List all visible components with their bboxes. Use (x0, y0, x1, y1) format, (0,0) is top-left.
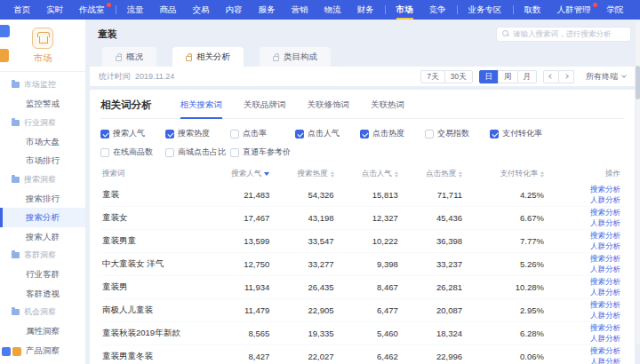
col-search-popularity[interactable]: 搜索人气 (227, 169, 291, 179)
tab-label: 类目构成 (284, 51, 317, 63)
nav-item-competition[interactable]: 竞争 (421, 0, 454, 20)
nav-item-traffic[interactable]: 流量 (119, 0, 152, 20)
sidebar-item-attribute-insight[interactable]: 属性洞察 (0, 321, 85, 341)
sidebar-group-label: 搜索洞察 (24, 174, 56, 186)
sidebar-group-market-monitor[interactable]: 市场监控 (0, 75, 85, 94)
search-pop-cell: 8,427 (227, 352, 291, 361)
filter-click-popularity[interactable]: 点击人气 (295, 128, 355, 139)
nav-item-goods[interactable]: 商品 (152, 0, 185, 20)
nav-item-data-fetch[interactable]: 取数 (516, 0, 549, 20)
filter-mall-click-share[interactable]: 商城点击占比 (165, 146, 225, 158)
search-analysis-link[interactable]: 搜索分析 (590, 231, 620, 241)
range-month-button[interactable]: 月 (517, 70, 538, 83)
nav-item-realtime[interactable]: 实时 (38, 0, 71, 20)
search-analysis-link[interactable]: 搜索分析 (590, 254, 620, 264)
col-click-popularity[interactable]: 点击人气 (356, 169, 420, 179)
range-30d-button[interactable]: 30天 (444, 70, 473, 83)
nav-item-market[interactable]: 市场 (388, 0, 421, 20)
click-pop-cell: 6,477 (356, 305, 420, 315)
search-analysis-link[interactable]: 搜索分析 (590, 300, 620, 310)
search-pop-cell: 11,479 (227, 305, 291, 315)
filter-online-items[interactable]: 在线商品数 (100, 146, 160, 158)
col-pay-conversion[interactable]: 支付转化率 (484, 169, 565, 179)
sidebar-group-industry-insight[interactable]: 行业洞察 (0, 114, 85, 132)
click-pop-cell: 8,467 (356, 282, 420, 292)
filter-search-heat[interactable]: 搜索热度 (165, 128, 225, 139)
edge-blue-square[interactable] (2, 347, 11, 356)
crowd-analysis-link[interactable]: 人群分析 (590, 288, 620, 297)
subtab-related-hot-words[interactable]: 关联热词 (371, 99, 404, 119)
filter-click-heat[interactable]: 点击热度 (360, 128, 420, 139)
nav-item-logistics[interactable]: 物流 (316, 0, 349, 20)
terminal-dropdown[interactable]: 所有终端 (586, 71, 626, 83)
search-analysis-link[interactable]: 搜索分析 (590, 208, 620, 218)
filter-search-popularity[interactable]: 搜索人气 (100, 128, 160, 139)
search-analysis-link[interactable]: 搜索分析 (590, 185, 620, 194)
crowd-analysis-link[interactable]: 人群分析 (590, 195, 620, 205)
scrollbar-track[interactable] (636, 21, 640, 344)
crowd-analysis-link[interactable]: 人群分析 (590, 311, 620, 320)
search-box (496, 27, 631, 42)
nav-item-service[interactable]: 服务 (251, 0, 284, 20)
filter-ztc-ref-price[interactable]: 直通车参考价 (230, 146, 290, 158)
sidebar-item-industry-customer[interactable]: 行业客群 (0, 265, 85, 284)
sidebar-item-market-rank[interactable]: 市场排行 (0, 151, 85, 170)
filter-pay-conversion[interactable]: 支付转化率 (490, 128, 549, 139)
nav-item-content[interactable]: 内容 (218, 0, 251, 20)
nav-item-warroom[interactable]: 作战室 (71, 0, 113, 20)
subtab-related-modifier-words[interactable]: 关联修饰词 (308, 99, 350, 119)
subtab-related-brand-words[interactable]: 关联品牌词 (244, 99, 286, 119)
nav-item-marketing[interactable]: 营销 (284, 0, 316, 20)
filter-click-rate[interactable]: 点击率 (230, 128, 290, 139)
edge-orange-square[interactable] (12, 347, 21, 356)
nav-divider (116, 5, 116, 14)
sidebar-item-customer-perspective[interactable]: 客群透视 (0, 284, 85, 304)
next-date-button[interactable] (558, 70, 574, 83)
lock-icon (116, 56, 122, 61)
crowd-analysis-link[interactable]: 人群分析 (590, 265, 620, 274)
range-7d-button[interactable]: 7天 (420, 70, 444, 83)
range-day-button[interactable]: 日 (479, 70, 500, 83)
tab-label: 相关分析 (196, 51, 230, 63)
nav-item-crowd-mgmt[interactable]: 人群管理 (549, 0, 599, 20)
nav-item-trade[interactable]: 交易 (185, 0, 218, 20)
sidebar-item-monitor-alert[interactable]: 监控警戒 (0, 94, 85, 114)
crowd-analysis-link[interactable]: 人群分析 (590, 357, 620, 364)
nav-item-home[interactable]: 首页 (5, 0, 38, 20)
search-analysis-link[interactable]: 搜索分析 (590, 277, 620, 287)
nav-item-finance[interactable]: 财务 (349, 0, 382, 20)
edge-tag-orange[interactable] (0, 49, 9, 62)
sidebar-item-market-overview[interactable]: 市场大盘 (0, 132, 85, 152)
tab-related-analysis[interactable]: 相关分析 (172, 47, 244, 67)
search-analysis-link[interactable]: 搜索分析 (590, 323, 620, 333)
search-input[interactable] (513, 29, 625, 38)
search-heat-cell: 19,335 (291, 328, 355, 338)
sidebar-item-search-analysis[interactable]: 搜索分析 (0, 208, 85, 227)
search-analysis-link[interactable]: 搜索分析 (590, 346, 620, 356)
range-week-button[interactable]: 周 (498, 70, 518, 83)
search-heat-cell: 26,435 (291, 282, 355, 292)
crowd-analysis-link[interactable]: 人群分析 (590, 218, 620, 228)
nav-item-academy[interactable]: 学院 (599, 0, 632, 20)
sidebar-group-opportunity-insight[interactable]: 机会洞察 (0, 303, 85, 321)
tab-category-composition[interactable]: 类目构成 (260, 47, 331, 67)
nav-item-business-zone[interactable]: 业务专区 (460, 0, 510, 20)
crowd-analysis-link[interactable]: 人群分析 (590, 241, 620, 251)
edge-widget-bottom[interactable] (2, 347, 21, 356)
scrollbar-thumb[interactable] (636, 66, 640, 99)
crowd-analysis-link[interactable]: 人群分析 (590, 334, 620, 344)
sidebar-item-search-rank[interactable]: 搜索排行 (0, 189, 85, 209)
search-heat-cell: 43,198 (291, 213, 355, 223)
col-search-heat[interactable]: 搜索热度 (291, 169, 355, 179)
sidebar-item-search-crowd[interactable]: 搜索人群 (0, 227, 85, 247)
sidebar-group-search-insight[interactable]: 搜索洞察 (0, 170, 85, 189)
edge-widget-top[interactable] (0, 25, 10, 37)
subtab-related-search-words[interactable]: 相关搜索词 (180, 99, 223, 119)
tab-overview[interactable]: 概况 (102, 47, 156, 67)
sidebar-group-customer-insight[interactable]: 客群洞察 (0, 246, 85, 265)
prev-date-button[interactable] (543, 70, 559, 83)
chevron-right-icon (564, 74, 569, 79)
table-row: 南极人儿童装 11,479 22,905 6,477 20,087 2.95% … (100, 299, 624, 322)
col-click-heat[interactable]: 点击热度 (420, 169, 484, 179)
filter-trade-index[interactable]: 交易指数 (425, 128, 484, 139)
